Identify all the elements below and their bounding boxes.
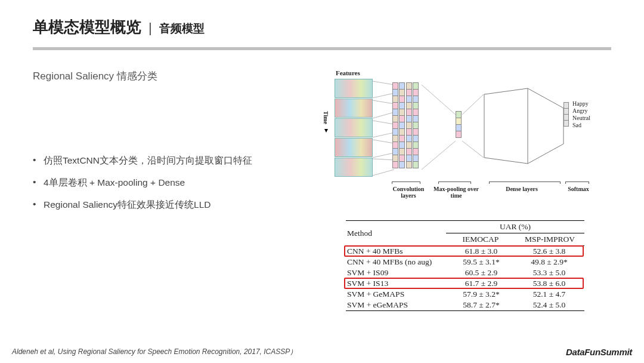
col-header-uar: UAR (%) [446,221,584,233]
cell-method: SVM + IS13 [347,279,447,288]
arch-label-conv: Convolution layers [385,186,432,199]
svg-line-9 [373,170,394,176]
left-column: Regional Saliency 情感分类 仿照TextCNN文本分类，沿时间… [33,69,307,311]
cell-method: CNN + 40 MFBs [347,247,447,256]
emotion-angry: Angry [572,107,590,115]
table-row: SVM + GeMAPS57.9 ± 3.2*52.1 ± 4.7 [346,289,584,300]
svg-line-11 [422,141,456,170]
svg-line-7 [373,153,394,158]
svg-line-10 [422,85,456,115]
bullet-list: 仿照TextCNN文本分类，沿时间方向提取窗口特征 4单层卷积 + Max-po… [33,155,307,211]
emotion-happy: Happy [572,100,590,107]
svg-line-4 [373,121,394,124]
feature-windows [335,79,373,177]
cell-method: SVM + eGeMAPS [347,300,447,310]
table-row: CNN + 40 MFBs (no aug)59.5 ± 3.1*49.8 ± … [346,257,584,267]
maxpool-layer [456,111,462,137]
cell-method: SVM + IS09 [347,268,447,278]
title-separator: | [148,20,152,36]
time-arrow-icon [324,129,328,133]
col-header-iemocap: IEMOCAP [446,233,515,245]
architecture-diagram: Features Time [319,69,611,210]
cell-method: SVM + GeMAPS [347,290,447,299]
svg-line-5 [373,133,394,137]
table-row: SVM + eGeMAPS58.7 ± 2.7*52.4 ± 5.0 [346,300,584,310]
brace-icon [489,182,561,184]
table-row: SVM + IS0960.5 ± 2.953.3 ± 5.0 [346,267,584,278]
cell-iemocap: 60.5 ± 2.9 [447,268,515,278]
cell-msp: 52.1 ± 4.7 [515,290,583,299]
emotion-sad: Sad [572,122,590,129]
features-label: Features [336,69,360,76]
bullet-item: 仿照TextCNN文本分类，沿时间方向提取窗口特征 [33,155,307,167]
svg-line-1 [373,93,394,98]
svg-line-12 [462,94,484,115]
svg-marker-14 [484,88,564,164]
cell-msp: 52.4 ± 5.0 [515,300,583,310]
title-sub: 音频模型 [159,21,205,36]
convolution-layers [394,82,419,168]
cell-msp: 52.6 ± 3.8 [515,247,583,256]
svg-line-2 [373,100,394,104]
cell-iemocap: 61.8 ± 3.0 [447,247,515,256]
bullet-item: Regional Saliency特征效果接近传统LLD [33,199,307,211]
section-title: Regional Saliency 情感分类 [33,69,307,83]
slide-footer: Aldeneh et al, Using Regional Saliency f… [12,347,632,357]
brace-icon [438,182,471,184]
table-row: CNN + 40 MFBs61.8 ± 3.052.6 ± 3.8 [346,246,584,257]
brace-icon [565,182,589,184]
emotion-neutral: Neutral [572,115,590,122]
cell-iemocap: 58.7 ± 2.7* [447,300,515,310]
dense-layers [483,87,572,167]
cell-method: CNN + 40 MFBs (no aug) [347,257,447,267]
svg-line-3 [373,112,394,118]
softmax-layer [564,102,569,126]
time-label: Time [323,111,329,124]
svg-line-0 [373,81,394,85]
cell-msp: 53.3 ± 5.0 [515,268,583,278]
cell-msp: 53.8 ± 6.0 [515,279,583,288]
svg-line-13 [462,141,484,158]
table-row: SVM + IS1361.7 ± 2.953.8 ± 6.0 [346,278,584,289]
arch-label-softmax: Softmax [555,186,602,192]
col-header-msp: MSP-IMPROV [515,233,584,245]
col-header-method: Method [346,221,446,245]
title-main: 单模态模型概览 [33,17,141,38]
cell-iemocap: 61.7 ± 2.9 [447,279,515,288]
brand-logo: DataFunSummit [566,347,632,357]
cell-msp: 49.8 ± 2.9* [515,257,583,267]
slide-header: 单模态模型概览 | 音频模型 [0,0,644,42]
arch-label-dense: Dense layers [498,186,546,192]
bullet-item: 4单层卷积 + Max-pooling + Dense [33,177,307,189]
results-table: Method UAR (%) IEMOCAP MSP-IMPROV CNN + … [346,220,584,311]
right-column: Features Time [319,69,623,311]
brace-icon [392,182,420,184]
svg-line-6 [373,140,394,143]
cell-iemocap: 59.5 ± 3.1* [447,257,515,267]
svg-line-8 [373,159,394,160]
citation-text: Aldeneh et al, Using Regional Saliency f… [12,347,297,357]
arch-label-pool: Max-pooling over time [432,186,480,199]
emotion-labels: Happy Angry Neutral Sad [572,100,590,129]
cell-iemocap: 57.9 ± 3.2* [447,290,515,299]
